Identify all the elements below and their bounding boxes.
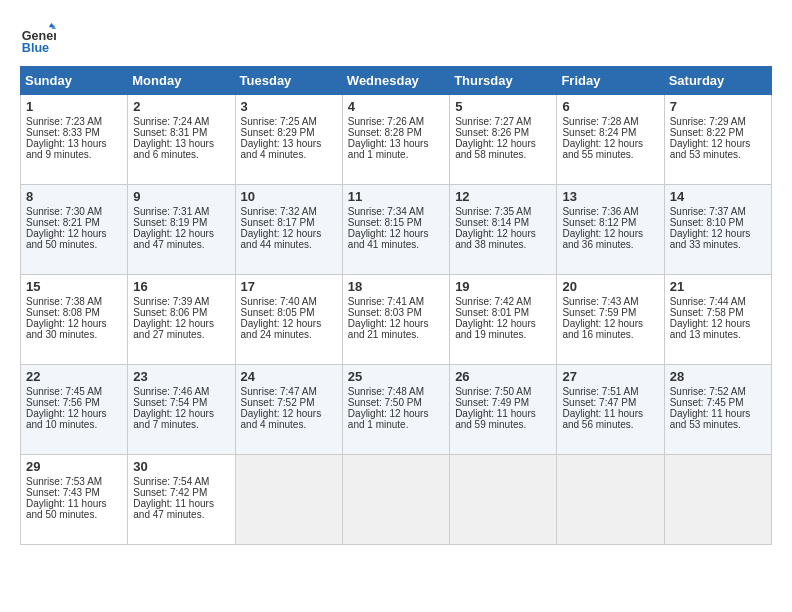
sunset-label: Sunset: 7:42 PM [133, 487, 207, 498]
col-monday: Monday [128, 67, 235, 95]
daylight-label: Daylight: 12 hours and 36 minutes. [562, 228, 643, 250]
sunset-label: Sunset: 7:47 PM [562, 397, 636, 408]
sunset-label: Sunset: 7:54 PM [133, 397, 207, 408]
sunrise-label: Sunrise: 7:42 AM [455, 296, 531, 307]
sunrise-label: Sunrise: 7:32 AM [241, 206, 317, 217]
sunrise-label: Sunrise: 7:35 AM [455, 206, 531, 217]
col-wednesday: Wednesday [342, 67, 449, 95]
day-number: 11 [348, 189, 444, 204]
calendar-cell: 21Sunrise: 7:44 AMSunset: 7:58 PMDayligh… [664, 275, 771, 365]
sunrise-label: Sunrise: 7:39 AM [133, 296, 209, 307]
calendar-table: Sunday Monday Tuesday Wednesday Thursday… [20, 66, 772, 545]
day-number: 25 [348, 369, 444, 384]
col-tuesday: Tuesday [235, 67, 342, 95]
sunrise-label: Sunrise: 7:30 AM [26, 206, 102, 217]
calendar-cell: 11Sunrise: 7:34 AMSunset: 8:15 PMDayligh… [342, 185, 449, 275]
day-number: 15 [26, 279, 122, 294]
calendar-week-3: 22Sunrise: 7:45 AMSunset: 7:56 PMDayligh… [21, 365, 772, 455]
daylight-label: Daylight: 12 hours and 10 minutes. [26, 408, 107, 430]
day-number: 6 [562, 99, 658, 114]
col-sunday: Sunday [21, 67, 128, 95]
calendar-cell: 8Sunrise: 7:30 AMSunset: 8:21 PMDaylight… [21, 185, 128, 275]
calendar-cell: 13Sunrise: 7:36 AMSunset: 8:12 PMDayligh… [557, 185, 664, 275]
daylight-label: Daylight: 13 hours and 1 minute. [348, 138, 429, 160]
sunset-label: Sunset: 8:33 PM [26, 127, 100, 138]
daylight-label: Daylight: 12 hours and 13 minutes. [670, 318, 751, 340]
day-number: 27 [562, 369, 658, 384]
day-number: 7 [670, 99, 766, 114]
calendar-cell: 9Sunrise: 7:31 AMSunset: 8:19 PMDaylight… [128, 185, 235, 275]
day-number: 4 [348, 99, 444, 114]
logo-icon: General Blue [20, 20, 56, 56]
sunrise-label: Sunrise: 7:46 AM [133, 386, 209, 397]
daylight-label: Daylight: 12 hours and 7 minutes. [133, 408, 214, 430]
calendar-cell: 29Sunrise: 7:53 AMSunset: 7:43 PMDayligh… [21, 455, 128, 545]
page-header: General Blue [20, 20, 772, 56]
day-number: 19 [455, 279, 551, 294]
sunrise-label: Sunrise: 7:43 AM [562, 296, 638, 307]
day-number: 20 [562, 279, 658, 294]
sunrise-label: Sunrise: 7:52 AM [670, 386, 746, 397]
daylight-label: Daylight: 12 hours and 50 minutes. [26, 228, 107, 250]
day-number: 13 [562, 189, 658, 204]
sunrise-label: Sunrise: 7:28 AM [562, 116, 638, 127]
calendar-cell: 15Sunrise: 7:38 AMSunset: 8:08 PMDayligh… [21, 275, 128, 365]
daylight-label: Daylight: 11 hours and 56 minutes. [562, 408, 643, 430]
day-number: 30 [133, 459, 229, 474]
calendar-cell: 18Sunrise: 7:41 AMSunset: 8:03 PMDayligh… [342, 275, 449, 365]
sunset-label: Sunset: 8:22 PM [670, 127, 744, 138]
calendar-cell: 19Sunrise: 7:42 AMSunset: 8:01 PMDayligh… [450, 275, 557, 365]
day-number: 23 [133, 369, 229, 384]
day-number: 21 [670, 279, 766, 294]
calendar-cell: 4Sunrise: 7:26 AMSunset: 8:28 PMDaylight… [342, 95, 449, 185]
sunset-label: Sunset: 7:43 PM [26, 487, 100, 498]
col-saturday: Saturday [664, 67, 771, 95]
sunset-label: Sunset: 8:08 PM [26, 307, 100, 318]
day-number: 28 [670, 369, 766, 384]
daylight-label: Daylight: 13 hours and 9 minutes. [26, 138, 107, 160]
calendar-cell: 10Sunrise: 7:32 AMSunset: 8:17 PMDayligh… [235, 185, 342, 275]
day-number: 8 [26, 189, 122, 204]
daylight-label: Daylight: 13 hours and 6 minutes. [133, 138, 214, 160]
sunset-label: Sunset: 8:19 PM [133, 217, 207, 228]
day-number: 26 [455, 369, 551, 384]
calendar-cell: 5Sunrise: 7:27 AMSunset: 8:26 PMDaylight… [450, 95, 557, 185]
calendar-cell [664, 455, 771, 545]
sunset-label: Sunset: 7:56 PM [26, 397, 100, 408]
day-number: 10 [241, 189, 337, 204]
calendar-cell: 28Sunrise: 7:52 AMSunset: 7:45 PMDayligh… [664, 365, 771, 455]
sunset-label: Sunset: 7:45 PM [670, 397, 744, 408]
sunset-label: Sunset: 7:58 PM [670, 307, 744, 318]
calendar-cell: 6Sunrise: 7:28 AMSunset: 8:24 PMDaylight… [557, 95, 664, 185]
calendar-cell: 16Sunrise: 7:39 AMSunset: 8:06 PMDayligh… [128, 275, 235, 365]
header-row: Sunday Monday Tuesday Wednesday Thursday… [21, 67, 772, 95]
sunrise-label: Sunrise: 7:23 AM [26, 116, 102, 127]
sunset-label: Sunset: 8:21 PM [26, 217, 100, 228]
sunrise-label: Sunrise: 7:53 AM [26, 476, 102, 487]
daylight-label: Daylight: 12 hours and 19 minutes. [455, 318, 536, 340]
day-number: 1 [26, 99, 122, 114]
daylight-label: Daylight: 13 hours and 4 minutes. [241, 138, 322, 160]
daylight-label: Daylight: 12 hours and 21 minutes. [348, 318, 429, 340]
calendar-cell [450, 455, 557, 545]
day-number: 9 [133, 189, 229, 204]
day-number: 17 [241, 279, 337, 294]
sunset-label: Sunset: 8:31 PM [133, 127, 207, 138]
sunrise-label: Sunrise: 7:50 AM [455, 386, 531, 397]
sunrise-label: Sunrise: 7:40 AM [241, 296, 317, 307]
calendar-week-4: 29Sunrise: 7:53 AMSunset: 7:43 PMDayligh… [21, 455, 772, 545]
sunrise-label: Sunrise: 7:51 AM [562, 386, 638, 397]
calendar-cell: 30Sunrise: 7:54 AMSunset: 7:42 PMDayligh… [128, 455, 235, 545]
calendar-cell: 14Sunrise: 7:37 AMSunset: 8:10 PMDayligh… [664, 185, 771, 275]
sunrise-label: Sunrise: 7:29 AM [670, 116, 746, 127]
sunset-label: Sunset: 8:10 PM [670, 217, 744, 228]
sunrise-label: Sunrise: 7:45 AM [26, 386, 102, 397]
sunset-label: Sunset: 7:50 PM [348, 397, 422, 408]
sunrise-label: Sunrise: 7:44 AM [670, 296, 746, 307]
daylight-label: Daylight: 12 hours and 55 minutes. [562, 138, 643, 160]
daylight-label: Daylight: 11 hours and 50 minutes. [26, 498, 107, 520]
calendar-week-2: 15Sunrise: 7:38 AMSunset: 8:08 PMDayligh… [21, 275, 772, 365]
calendar-cell [557, 455, 664, 545]
calendar-cell [342, 455, 449, 545]
day-number: 2 [133, 99, 229, 114]
